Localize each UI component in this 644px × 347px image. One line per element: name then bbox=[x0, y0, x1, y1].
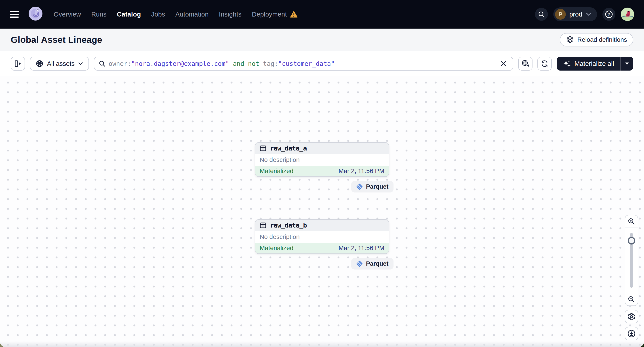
nav-item-jobs[interactable]: Jobs bbox=[151, 11, 165, 18]
caret-down-icon bbox=[625, 62, 629, 65]
asset-name: raw_data_b bbox=[270, 222, 307, 229]
asset-node-raw-data-b[interactable]: raw_data_b No description Materialized M… bbox=[255, 219, 389, 254]
refresh-button[interactable] bbox=[538, 57, 552, 70]
asset-node-status-bar: Materialized Mar 2, 11:56 PM bbox=[255, 243, 389, 253]
nav-item-overview[interactable]: Overview bbox=[54, 11, 81, 18]
lineage-toolbar: All assets owner:"nora.dagster@example.c… bbox=[0, 51, 644, 76]
asset-node-body: No description bbox=[255, 154, 389, 166]
lineage-canvas[interactable]: raw_data_a No description Materialized M… bbox=[0, 76, 644, 347]
app-window: Overview Runs Catalog Jobs Automation In… bbox=[0, 0, 644, 347]
asset-node-header: raw_data_b bbox=[255, 220, 389, 231]
menu-icon[interactable] bbox=[10, 11, 19, 18]
gear-icon bbox=[628, 313, 636, 321]
search-icon bbox=[99, 60, 106, 67]
nav-item-automation[interactable]: Automation bbox=[176, 11, 209, 18]
canvas-bottom-fade bbox=[0, 341, 644, 347]
asset-node-body: No description bbox=[255, 231, 389, 243]
asset-description: No description bbox=[260, 233, 300, 241]
nav-item-runs[interactable]: Runs bbox=[91, 11, 106, 18]
compute-kind-tag-parquet[interactable]: Parquet bbox=[351, 258, 394, 270]
asset-scope-dropdown[interactable]: All assets bbox=[30, 57, 89, 70]
zoom-out-icon bbox=[628, 296, 635, 303]
nav-items: Overview Runs Catalog Jobs Automation In… bbox=[54, 11, 298, 18]
asset-filter-input[interactable]: owner:"nora.dagster@example.com" and not… bbox=[94, 57, 513, 70]
materialize-options-button[interactable] bbox=[621, 57, 633, 70]
download-image-button[interactable] bbox=[625, 327, 638, 340]
parquet-icon bbox=[356, 260, 363, 267]
reload-cube-icon bbox=[566, 36, 574, 44]
download-icon bbox=[627, 329, 636, 338]
zoom-slider-thumb[interactable] bbox=[628, 237, 635, 245]
globe-icon bbox=[36, 60, 43, 67]
search-button[interactable] bbox=[535, 8, 548, 21]
reload-definitions-button[interactable]: Reload definitions bbox=[560, 33, 633, 46]
search-icon bbox=[538, 11, 545, 18]
materialized-status: Materialized bbox=[260, 167, 294, 175]
table-icon bbox=[260, 145, 266, 152]
tag-label: Parquet bbox=[366, 183, 388, 190]
zoom-in-icon bbox=[628, 218, 635, 225]
materialize-all-button[interactable]: Materialize all bbox=[557, 57, 620, 70]
dagster-logo-icon[interactable] bbox=[27, 5, 44, 23]
globe-add-icon bbox=[521, 60, 529, 68]
deployment-initial-badge: P bbox=[555, 9, 566, 20]
asset-node-status-bar: Materialized Mar 2, 11:56 PM bbox=[255, 166, 389, 176]
user-avatar[interactable] bbox=[621, 7, 634, 21]
top-nav: Overview Runs Catalog Jobs Automation In… bbox=[0, 0, 644, 28]
close-icon bbox=[500, 61, 506, 66]
chevron-down-icon bbox=[78, 62, 83, 65]
materialized-timestamp[interactable]: Mar 2, 11:56 PM bbox=[338, 167, 384, 175]
svg-text:?: ? bbox=[608, 12, 610, 17]
zoom-controls bbox=[625, 215, 638, 306]
deployment-name: prod bbox=[569, 11, 582, 18]
nav-item-deployment[interactable]: Deployment bbox=[252, 11, 298, 18]
nav-item-catalog[interactable]: Catalog bbox=[117, 11, 141, 18]
filter-to-selection-button[interactable] bbox=[518, 57, 532, 70]
chevron-down-icon bbox=[586, 12, 591, 16]
table-icon bbox=[260, 222, 266, 229]
deployment-switcher[interactable]: P prod bbox=[553, 7, 597, 21]
zoom-out-button[interactable] bbox=[625, 293, 638, 306]
zoom-in-button[interactable] bbox=[625, 215, 638, 228]
asset-node-raw-data-a[interactable]: raw_data_a No description Materialized M… bbox=[255, 142, 389, 177]
panel-expand-icon bbox=[14, 60, 22, 68]
help-button[interactable]: ? bbox=[602, 8, 616, 21]
nav-right: P prod ? bbox=[535, 7, 634, 21]
asset-node-header: raw_data_a bbox=[255, 143, 389, 154]
sparkles-icon bbox=[563, 60, 571, 68]
refresh-icon bbox=[540, 60, 548, 68]
tag-label: Parquet bbox=[366, 260, 388, 267]
graph-settings-button[interactable] bbox=[625, 310, 638, 323]
compute-kind-tag-parquet[interactable]: Parquet bbox=[351, 181, 394, 192]
open-sidebar-button[interactable] bbox=[11, 57, 25, 70]
filter-query-text: owner:"nora.dagster@example.com" and not… bbox=[108, 60, 496, 67]
zoom-slider bbox=[625, 228, 638, 293]
asset-name: raw_data_a bbox=[270, 144, 307, 152]
clear-filter-button[interactable] bbox=[498, 59, 508, 68]
materialized-status: Materialized bbox=[260, 245, 294, 252]
materialize-all-split-button: Materialize all bbox=[557, 57, 633, 70]
nav-item-insights[interactable]: Insights bbox=[219, 11, 242, 18]
warning-icon bbox=[290, 11, 298, 18]
page-title: Global Asset Lineage bbox=[11, 35, 102, 45]
asset-description: No description bbox=[260, 156, 300, 163]
materialized-timestamp[interactable]: Mar 2, 11:56 PM bbox=[338, 245, 384, 252]
parquet-icon bbox=[356, 183, 363, 190]
page-header: Global Asset Lineage Reload definitions bbox=[0, 28, 644, 51]
help-icon: ? bbox=[605, 10, 613, 18]
